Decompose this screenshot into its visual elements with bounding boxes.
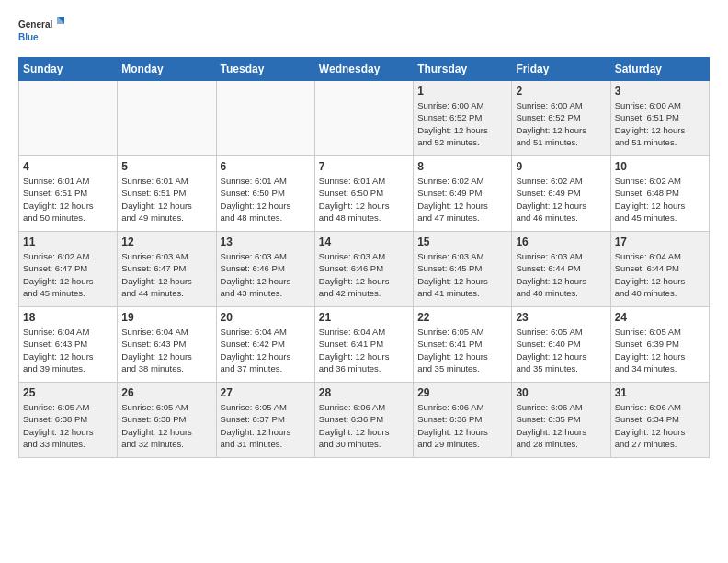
- calendar-cell: 1Sunrise: 6:00 AM Sunset: 6:52 PM Daylig…: [414, 81, 512, 156]
- day-info: Sunrise: 6:02 AM Sunset: 6:49 PM Dayligh…: [417, 175, 507, 224]
- calendar-cell: 18Sunrise: 6:04 AM Sunset: 6:43 PM Dayli…: [19, 307, 118, 383]
- day-number: 28: [319, 386, 409, 399]
- day-number: 6: [221, 160, 311, 173]
- calendar-cell: 6Sunrise: 6:01 AM Sunset: 6:50 PM Daylig…: [216, 156, 314, 232]
- calendar-cell: 20Sunrise: 6:04 AM Sunset: 6:42 PM Dayli…: [216, 307, 314, 383]
- day-info: Sunrise: 6:05 AM Sunset: 6:41 PM Dayligh…: [417, 326, 507, 374]
- calendar-table: SundayMondayTuesdayWednesdayThursdayFrid…: [18, 57, 710, 458]
- day-info: Sunrise: 6:04 AM Sunset: 6:43 PM Dayligh…: [121, 326, 211, 374]
- day-info: Sunrise: 6:00 AM Sunset: 6:52 PM Dayligh…: [417, 99, 507, 148]
- svg-text:Blue: Blue: [18, 32, 39, 42]
- calendar-week-1: 1Sunrise: 6:00 AM Sunset: 6:52 PM Daylig…: [19, 81, 710, 156]
- calendar-cell: 5Sunrise: 6:01 AM Sunset: 6:51 PM Daylig…: [118, 156, 216, 232]
- day-info: Sunrise: 6:06 AM Sunset: 6:35 PM Dayligh…: [516, 401, 606, 450]
- calendar-header: SundayMondayTuesdayWednesdayThursdayFrid…: [19, 58, 710, 81]
- day-info: Sunrise: 6:03 AM Sunset: 6:46 PM Dayligh…: [221, 250, 311, 299]
- day-number: 8: [417, 160, 507, 173]
- calendar-cell: 2Sunrise: 6:00 AM Sunset: 6:52 PM Daylig…: [512, 81, 610, 156]
- calendar-week-4: 18Sunrise: 6:04 AM Sunset: 6:43 PM Dayli…: [19, 307, 710, 383]
- calendar-body: 1Sunrise: 6:00 AM Sunset: 6:52 PM Daylig…: [19, 81, 710, 458]
- calendar-cell: 31Sunrise: 6:06 AM Sunset: 6:34 PM Dayli…: [610, 383, 709, 458]
- header-thursday: Thursday: [414, 58, 512, 81]
- day-number: 30: [516, 386, 606, 399]
- day-number: 23: [516, 311, 606, 324]
- calendar-cell: 3Sunrise: 6:00 AM Sunset: 6:51 PM Daylig…: [610, 81, 709, 156]
- day-info: Sunrise: 6:05 AM Sunset: 6:39 PM Dayligh…: [615, 326, 705, 374]
- calendar-cell: 26Sunrise: 6:05 AM Sunset: 6:38 PM Dayli…: [118, 383, 216, 458]
- day-number: 11: [23, 236, 113, 248]
- calendar-cell: 12Sunrise: 6:03 AM Sunset: 6:47 PM Dayli…: [118, 232, 216, 307]
- day-number: 15: [417, 236, 507, 248]
- svg-text:General: General: [18, 19, 52, 29]
- calendar-cell: 15Sunrise: 6:03 AM Sunset: 6:45 PM Dayli…: [414, 232, 512, 307]
- calendar-cell: 30Sunrise: 6:06 AM Sunset: 6:35 PM Dayli…: [512, 383, 610, 458]
- day-number: 9: [516, 160, 606, 173]
- day-info: Sunrise: 6:05 AM Sunset: 6:38 PM Dayligh…: [121, 401, 211, 450]
- calendar-cell: 24Sunrise: 6:05 AM Sunset: 6:39 PM Dayli…: [610, 307, 709, 383]
- day-info: Sunrise: 6:01 AM Sunset: 6:50 PM Dayligh…: [221, 175, 311, 224]
- logo-svg: General Blue: [18, 15, 64, 48]
- day-number: 13: [221, 236, 311, 248]
- day-info: Sunrise: 6:04 AM Sunset: 6:43 PM Dayligh…: [23, 326, 113, 374]
- calendar-cell: 23Sunrise: 6:05 AM Sunset: 6:40 PM Dayli…: [512, 307, 610, 383]
- header-wednesday: Wednesday: [314, 58, 413, 81]
- calendar-cell: 29Sunrise: 6:06 AM Sunset: 6:36 PM Dayli…: [414, 383, 512, 458]
- header-tuesday: Tuesday: [216, 58, 314, 81]
- day-info: Sunrise: 6:05 AM Sunset: 6:37 PM Dayligh…: [221, 401, 311, 450]
- day-number: 24: [615, 311, 705, 324]
- day-number: 18: [23, 311, 113, 324]
- day-number: 12: [121, 236, 211, 248]
- calendar-cell: 14Sunrise: 6:03 AM Sunset: 6:46 PM Dayli…: [314, 232, 413, 307]
- calendar-cell: [118, 81, 216, 156]
- calendar-cell: 17Sunrise: 6:04 AM Sunset: 6:44 PM Dayli…: [610, 232, 709, 307]
- day-info: Sunrise: 6:04 AM Sunset: 6:44 PM Dayligh…: [615, 250, 705, 299]
- logo: General Blue: [18, 15, 64, 48]
- calendar-cell: [19, 81, 118, 156]
- calendar-cell: 13Sunrise: 6:03 AM Sunset: 6:46 PM Dayli…: [216, 232, 314, 307]
- day-info: Sunrise: 6:04 AM Sunset: 6:41 PM Dayligh…: [319, 326, 409, 374]
- day-number: 1: [417, 85, 507, 98]
- day-info: Sunrise: 6:04 AM Sunset: 6:42 PM Dayligh…: [221, 326, 311, 374]
- calendar-cell: [216, 81, 314, 156]
- day-number: 16: [516, 236, 606, 248]
- day-info: Sunrise: 6:02 AM Sunset: 6:49 PM Dayligh…: [516, 175, 606, 224]
- day-number: 31: [615, 386, 705, 399]
- header-saturday: Saturday: [610, 58, 709, 81]
- day-info: Sunrise: 6:00 AM Sunset: 6:51 PM Dayligh…: [615, 99, 705, 148]
- calendar-cell: 8Sunrise: 6:02 AM Sunset: 6:49 PM Daylig…: [414, 156, 512, 232]
- day-number: 27: [221, 386, 311, 399]
- day-number: 22: [417, 311, 507, 324]
- day-info: Sunrise: 6:01 AM Sunset: 6:51 PM Dayligh…: [121, 175, 211, 224]
- day-number: 4: [23, 160, 113, 173]
- day-number: 14: [319, 236, 409, 248]
- calendar-cell: 11Sunrise: 6:02 AM Sunset: 6:47 PM Dayli…: [19, 232, 118, 307]
- day-number: 26: [121, 386, 211, 399]
- header-monday: Monday: [118, 58, 216, 81]
- day-info: Sunrise: 6:02 AM Sunset: 6:48 PM Dayligh…: [615, 175, 705, 224]
- day-info: Sunrise: 6:03 AM Sunset: 6:45 PM Dayligh…: [417, 250, 507, 299]
- day-number: 7: [319, 160, 409, 173]
- header-friday: Friday: [512, 58, 610, 81]
- day-number: 2: [516, 85, 606, 98]
- calendar-cell: 9Sunrise: 6:02 AM Sunset: 6:49 PM Daylig…: [512, 156, 610, 232]
- calendar-cell: 7Sunrise: 6:01 AM Sunset: 6:50 PM Daylig…: [314, 156, 413, 232]
- day-number: 10: [615, 160, 705, 173]
- day-info: Sunrise: 6:06 AM Sunset: 6:36 PM Dayligh…: [319, 401, 409, 450]
- calendar-cell: 27Sunrise: 6:05 AM Sunset: 6:37 PM Dayli…: [216, 383, 314, 458]
- calendar-cell: 25Sunrise: 6:05 AM Sunset: 6:38 PM Dayli…: [19, 383, 118, 458]
- day-number: 5: [121, 160, 211, 173]
- day-info: Sunrise: 6:05 AM Sunset: 6:38 PM Dayligh…: [23, 401, 113, 450]
- day-info: Sunrise: 6:05 AM Sunset: 6:40 PM Dayligh…: [516, 326, 606, 374]
- calendar-cell: 10Sunrise: 6:02 AM Sunset: 6:48 PM Dayli…: [610, 156, 709, 232]
- day-info: Sunrise: 6:01 AM Sunset: 6:50 PM Dayligh…: [319, 175, 409, 224]
- day-info: Sunrise: 6:03 AM Sunset: 6:46 PM Dayligh…: [319, 250, 409, 299]
- calendar-cell: 19Sunrise: 6:04 AM Sunset: 6:43 PM Dayli…: [118, 307, 216, 383]
- day-number: 3: [615, 85, 705, 98]
- day-info: Sunrise: 6:06 AM Sunset: 6:34 PM Dayligh…: [615, 401, 705, 450]
- day-number: 19: [121, 311, 211, 324]
- calendar-week-3: 11Sunrise: 6:02 AM Sunset: 6:47 PM Dayli…: [19, 232, 710, 307]
- calendar-cell: 16Sunrise: 6:03 AM Sunset: 6:44 PM Dayli…: [512, 232, 610, 307]
- calendar-cell: 22Sunrise: 6:05 AM Sunset: 6:41 PM Dayli…: [414, 307, 512, 383]
- calendar-week-5: 25Sunrise: 6:05 AM Sunset: 6:38 PM Dayli…: [19, 383, 710, 458]
- day-info: Sunrise: 6:01 AM Sunset: 6:51 PM Dayligh…: [23, 175, 113, 224]
